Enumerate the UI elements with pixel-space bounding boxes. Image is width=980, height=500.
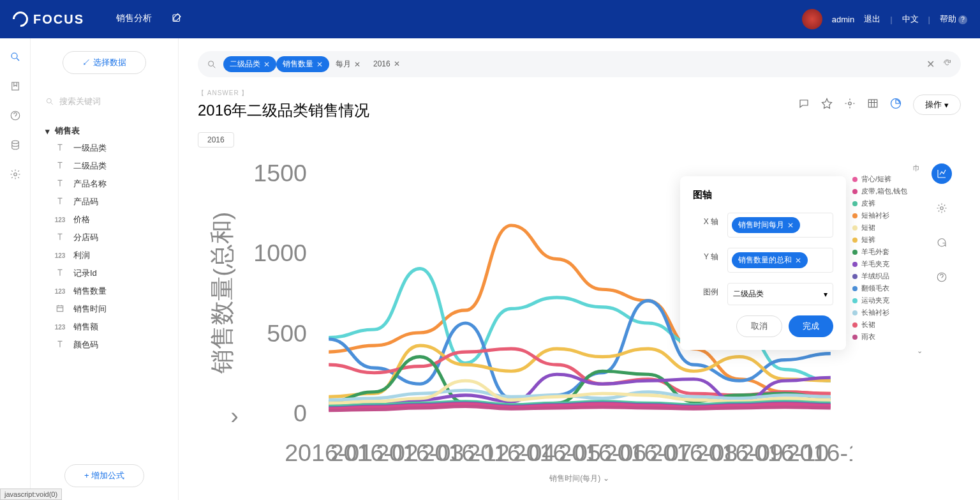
field-item[interactable]: 产品码 bbox=[40, 193, 168, 211]
svg-rect-7 bbox=[57, 306, 63, 312]
search-icon[interactable] bbox=[10, 51, 21, 63]
svg-point-5 bbox=[13, 173, 17, 176]
avatar[interactable] bbox=[802, 9, 822, 29]
reload-button[interactable] bbox=[932, 232, 952, 253]
legend-item[interactable]: 雨衣 bbox=[852, 331, 923, 343]
confirm-button[interactable]: 完成 bbox=[789, 315, 833, 337]
legend-more-icon[interactable]: ⌄ bbox=[852, 347, 923, 355]
axis-config-panel: 图轴 X 轴 销售时间每月 ✕ Y 轴 销售数量的总和 ✕ bbox=[680, 176, 846, 350]
svg-point-4 bbox=[11, 140, 19, 144]
legend-item[interactable]: 皮带,箱包,钱包 bbox=[852, 185, 923, 197]
bookmark-icon[interactable] bbox=[10, 80, 21, 92]
chart-legend: 巾 背心/短裤皮带,箱包,钱包皮裤短袖衬衫短裙短裤羊毛外套羊毛夹克羊绒织品翻领毛… bbox=[852, 151, 923, 457]
svg-point-29 bbox=[940, 207, 944, 210]
field-item[interactable]: 123价格 bbox=[40, 211, 168, 229]
refresh-icon[interactable] bbox=[942, 58, 952, 70]
field-tree: ▾ 销售表 一级品类二级品类产品名称产品码123价格分店码123利润记录Id12… bbox=[40, 123, 168, 354]
field-item[interactable]: 123利润 bbox=[40, 246, 168, 264]
field-item[interactable]: 销售时间 bbox=[40, 300, 168, 318]
comment-icon[interactable] bbox=[798, 98, 810, 112]
search-icon bbox=[207, 59, 217, 70]
legend-partial: 巾 bbox=[852, 163, 923, 173]
nav-sales-analysis[interactable]: 销售分析 bbox=[116, 13, 152, 26]
year-tab[interactable]: 2016 bbox=[198, 132, 234, 148]
legend-item[interactable]: 皮裤 bbox=[852, 197, 923, 209]
brand-logo: FOCUS bbox=[13, 11, 84, 27]
query-pills: 二级品类 ✕销售数量 ✕每月 ✕2016 ✕ bbox=[223, 56, 406, 72]
field-item[interactable]: 记录Id bbox=[40, 264, 168, 282]
y-axis-input[interactable]: 销售数量的总和 ✕ bbox=[727, 248, 833, 273]
y-axis-pill[interactable]: 销售数量的总和 ✕ bbox=[732, 252, 808, 268]
answer-label: 【 ANSWER 】 bbox=[198, 89, 369, 98]
svg-text:0: 0 bbox=[293, 400, 307, 427]
config-button[interactable] bbox=[932, 198, 952, 218]
field-item[interactable]: 一级品类 bbox=[40, 139, 168, 157]
field-item[interactable]: 二级品类 bbox=[40, 157, 168, 175]
query-bar: 二级品类 ✕销售数量 ✕每月 ✕2016 ✕ ✕ bbox=[198, 51, 961, 77]
add-formula-button[interactable]: + 增加公式 bbox=[64, 464, 144, 487]
x-axis-input[interactable]: 销售时间每月 ✕ bbox=[727, 213, 833, 238]
logo-icon bbox=[10, 8, 31, 30]
legend-item[interactable]: 短袖衬衫 bbox=[852, 209, 923, 222]
legend-item[interactable]: 背心/短裤 bbox=[852, 173, 923, 185]
legend-label: 图例 bbox=[693, 283, 718, 298]
field-item[interactable]: 颜色码 bbox=[40, 336, 168, 354]
pin-icon[interactable] bbox=[821, 98, 833, 112]
query-pill[interactable]: 二级品类 ✕ bbox=[223, 56, 276, 72]
field-item[interactable]: 分店码 bbox=[40, 229, 168, 246]
main-content: 二级品类 ✕销售数量 ✕每月 ✕2016 ✕ ✕ 【 ANSWER 】 2016… bbox=[179, 38, 980, 500]
clear-icon[interactable]: ✕ bbox=[926, 58, 935, 70]
username[interactable]: admin bbox=[832, 15, 854, 24]
chart-area: 050010001500销售数量(总和)›2016-012016-022016-… bbox=[198, 151, 852, 470]
field-item[interactable]: 123销售额 bbox=[40, 318, 168, 336]
svg-text:›: › bbox=[230, 402, 239, 429]
chart-icon[interactable] bbox=[890, 98, 902, 112]
right-rail bbox=[923, 151, 961, 470]
svg-point-1 bbox=[11, 53, 17, 59]
select-data-button[interactable]: ↙ 选择数据 bbox=[63, 51, 146, 74]
query-pill[interactable]: 2016 ✕ bbox=[367, 57, 406, 71]
legend-item[interactable]: 羊绒织品 bbox=[852, 270, 923, 282]
settings-icon[interactable] bbox=[844, 98, 856, 112]
legend-item[interactable]: 运动夹克 bbox=[852, 294, 923, 307]
svg-text:销售数量(总和): 销售数量(总和) bbox=[209, 212, 235, 374]
header-right: admin 退出 | 中文 | 帮助? bbox=[802, 9, 967, 29]
legend-item[interactable]: 长袖衬衫 bbox=[852, 307, 923, 319]
table-icon[interactable] bbox=[867, 98, 879, 112]
language-link[interactable]: 中文 bbox=[902, 13, 919, 25]
svg-rect-2 bbox=[11, 82, 19, 90]
field-item[interactable]: 产品名称 bbox=[40, 175, 168, 193]
svg-text:1000: 1000 bbox=[253, 239, 307, 266]
database-icon[interactable] bbox=[10, 139, 21, 151]
query-pill[interactable]: 销售数量 ✕ bbox=[276, 56, 329, 72]
x-axis-pill[interactable]: 销售时间每月 ✕ bbox=[732, 217, 800, 233]
header-nav: 销售分析 bbox=[116, 13, 182, 26]
axis-config-button[interactable] bbox=[932, 163, 952, 184]
edit-icon[interactable] bbox=[171, 13, 182, 26]
gear-icon[interactable] bbox=[10, 169, 21, 180]
svg-point-6 bbox=[47, 98, 51, 103]
field-item[interactable]: 123销售数量 bbox=[40, 282, 168, 300]
x-axis-label: X 轴 bbox=[693, 213, 718, 227]
legend-select[interactable]: 二级品类▾ bbox=[727, 283, 833, 305]
legend-item[interactable]: 羊毛外套 bbox=[852, 246, 923, 258]
brand-text: FOCUS bbox=[33, 12, 84, 27]
svg-text:2016-11: 2016-11 bbox=[787, 439, 852, 466]
info-button[interactable] bbox=[932, 267, 952, 287]
logout-link[interactable]: 退出 bbox=[864, 13, 880, 25]
svg-text:500: 500 bbox=[267, 320, 307, 347]
cancel-button[interactable]: 取消 bbox=[736, 315, 782, 337]
page-title: 2016年二级品类销售情况 bbox=[198, 100, 369, 121]
search-input[interactable]: 搜索关键词 bbox=[40, 93, 168, 110]
help-link[interactable]: 帮助? bbox=[940, 13, 967, 25]
help-icon[interactable] bbox=[10, 110, 21, 121]
legend-item[interactable]: 羊毛夹克 bbox=[852, 258, 923, 270]
legend-item[interactable]: 翻领毛衣 bbox=[852, 282, 923, 294]
query-pill[interactable]: 每月 ✕ bbox=[329, 56, 367, 72]
table-header[interactable]: ▾ 销售表 bbox=[40, 123, 168, 139]
legend-item[interactable]: 短裤 bbox=[852, 234, 923, 246]
svg-text:1500: 1500 bbox=[253, 160, 307, 186]
operations-button[interactable]: 操作 ▾ bbox=[913, 95, 961, 115]
legend-item[interactable]: 长裙 bbox=[852, 319, 923, 331]
legend-item[interactable]: 短裙 bbox=[852, 222, 923, 234]
